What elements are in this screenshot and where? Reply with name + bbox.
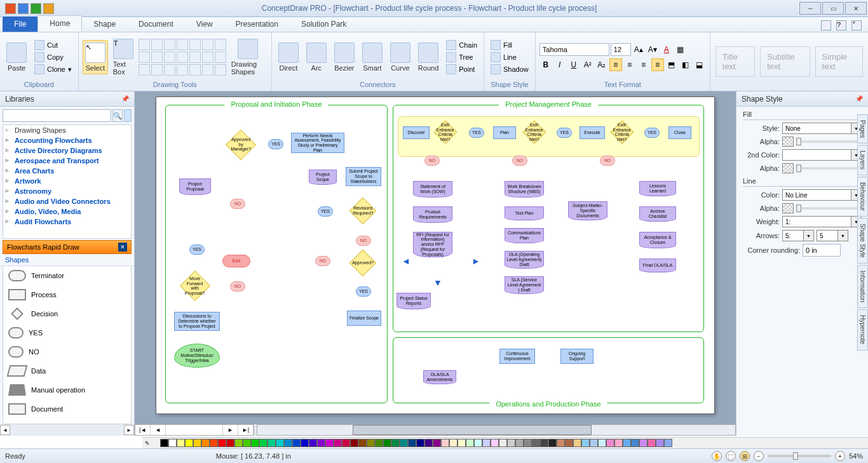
node-no-rev[interactable]: NO [356, 236, 371, 246]
node-ola[interactable]: OLA (Operating Level Agreement) Draft [505, 251, 544, 269]
second-color-combo[interactable]: ▼ [782, 149, 862, 161]
color-swatch[interactable] [606, 439, 614, 447]
lib-item[interactable]: Area Charts [3, 166, 131, 176]
color-swatch[interactable] [656, 439, 664, 447]
tab-prev[interactable]: ◄ [151, 425, 166, 435]
lib-item[interactable]: Audio, Video, Media [3, 206, 131, 217]
close-button[interactable]: ✕ [845, 2, 867, 15]
node-sow[interactable]: Statement of Work (SOW) [413, 181, 452, 198]
node-no-e2[interactable]: NO [512, 156, 527, 166]
tool-16[interactable] [151, 64, 163, 76]
direct-button[interactable]: Direct [276, 41, 301, 73]
color-swatch[interactable] [631, 439, 639, 447]
nav-arrow-left[interactable]: ◄ [402, 256, 410, 266]
color-swatch[interactable] [515, 439, 524, 447]
tool-8[interactable] [139, 51, 150, 63]
maximize-button[interactable]: ▭ [822, 2, 844, 15]
tab-next[interactable]: ► [223, 425, 238, 435]
corner-rounding-input[interactable] [803, 244, 841, 257]
valign-top-button[interactable]: ⬒ [665, 58, 678, 71]
nav-arrow-down[interactable]: ▼ [433, 278, 442, 288]
font-size-input[interactable] [611, 43, 631, 56]
lib-item[interactable]: Audio and Video Connectors [3, 196, 131, 206]
fill-style-combo[interactable]: None▼ [782, 123, 862, 134]
canvas-page[interactable]: Proposal and Initiation Phase Project Ma… [156, 97, 715, 414]
color-swatch[interactable] [441, 439, 449, 447]
bold-button[interactable]: B [539, 58, 552, 71]
underline-button[interactable]: U [567, 58, 580, 71]
node-lessons[interactable]: Lessons Learned [639, 181, 676, 196]
color-swatch[interactable] [234, 439, 243, 447]
arrow-start-combo[interactable]: 5:▼ [782, 230, 814, 241]
tool-14[interactable] [215, 51, 226, 63]
font-input[interactable] [539, 43, 609, 56]
color-swatch[interactable] [292, 439, 301, 447]
qat-icon-2[interactable] [18, 3, 29, 14]
italic-button[interactable]: I [553, 58, 566, 71]
line-alpha-slider[interactable] [796, 207, 862, 210]
search-button[interactable]: 🔍 [112, 109, 123, 122]
color-swatch[interactable] [614, 439, 623, 447]
simple-text-button[interactable]: Simple text [815, 46, 863, 77]
node-no-e3[interactable]: NO [600, 156, 615, 166]
library-tree[interactable]: Drawing ShapesAccounting FlowchartsActiv… [3, 124, 132, 239]
node-psr[interactable]: Project Status Reports [397, 293, 431, 309]
node-scope[interactable]: Project Scope [309, 170, 337, 185]
color-swatch[interactable] [276, 439, 284, 447]
color-swatch[interactable] [350, 439, 358, 447]
left-hscroll[interactable]: ◄► [0, 424, 134, 436]
node-acceptance[interactable]: Acceptance & Closure [639, 232, 676, 248]
color-swatch[interactable] [424, 439, 433, 447]
collapse-ribbon-icon[interactable]: ˅ [851, 20, 862, 30]
color-swatch[interactable] [226, 439, 234, 447]
tool-3[interactable] [164, 39, 175, 50]
lib-item[interactable]: Accounting Flowcharts [3, 135, 131, 145]
subscript-button[interactable]: A₂ [595, 58, 608, 71]
node-yes-approved[interactable]: YES [356, 286, 371, 297]
color-swatch[interactable] [325, 439, 334, 447]
color-swatch[interactable] [449, 439, 458, 447]
lib-item[interactable]: Aerospace and Transport [3, 156, 131, 166]
font-color-button[interactable]: A [660, 43, 673, 56]
node-commplan[interactable]: Communications Plan [505, 228, 544, 243]
color-eyedropper[interactable]: ✎ [145, 440, 160, 446]
valign-mid-button[interactable]: ◧ [679, 58, 692, 71]
tool-19[interactable] [189, 64, 201, 76]
file-tab[interactable]: File [3, 17, 37, 32]
search-input[interactable] [3, 109, 111, 122]
options-icon[interactable] [821, 20, 831, 30]
color-swatch[interactable] [334, 439, 342, 447]
color-swatch[interactable] [168, 439, 177, 447]
node-prodreq[interactable]: Product Requirements [413, 206, 452, 223]
node-yes-rev[interactable]: YES [318, 206, 333, 217]
smart-button[interactable]: Smart [360, 41, 385, 73]
tool-21[interactable] [215, 64, 226, 76]
lib-item[interactable]: Artwork [3, 176, 131, 186]
node-ongoing[interactable]: Ongoing Support [560, 349, 593, 364]
color-swatch[interactable] [367, 439, 375, 447]
color-swatch[interactable] [507, 439, 515, 447]
tab-document[interactable]: Document [127, 17, 185, 32]
tool-10[interactable] [164, 51, 175, 63]
side-tab[interactable]: Pages [857, 114, 868, 144]
tool-18[interactable] [177, 64, 188, 76]
color-swatch[interactable] [540, 439, 548, 447]
node-wbs[interactable]: Work Breakdown Structure (WBS) [505, 181, 544, 198]
color-swatch[interactable] [342, 439, 350, 447]
title-text-button[interactable]: Title text [715, 46, 755, 77]
node-no-1[interactable]: NO [230, 199, 245, 209]
fill-alpha-slider[interactable] [796, 140, 862, 143]
side-tab[interactable]: Shape Style [857, 218, 868, 264]
node-yes-e2[interactable]: YES [557, 128, 572, 138]
zoom-in-button[interactable]: + [835, 451, 845, 461]
color-swatch[interactable] [664, 439, 672, 447]
node-finalize[interactable]: Finalize Scope [347, 311, 381, 326]
color-swatch[interactable] [193, 439, 201, 447]
superscript-button[interactable]: A² [581, 58, 594, 71]
color-swatch[interactable] [408, 439, 416, 447]
tool-9[interactable] [151, 51, 163, 63]
color-swatch[interactable] [474, 439, 482, 447]
hand-tool-button[interactable]: ✋ [712, 451, 722, 461]
color-swatch[interactable] [491, 439, 499, 447]
node-amendments[interactable]: OLA/SLA Amendments [423, 370, 456, 384]
